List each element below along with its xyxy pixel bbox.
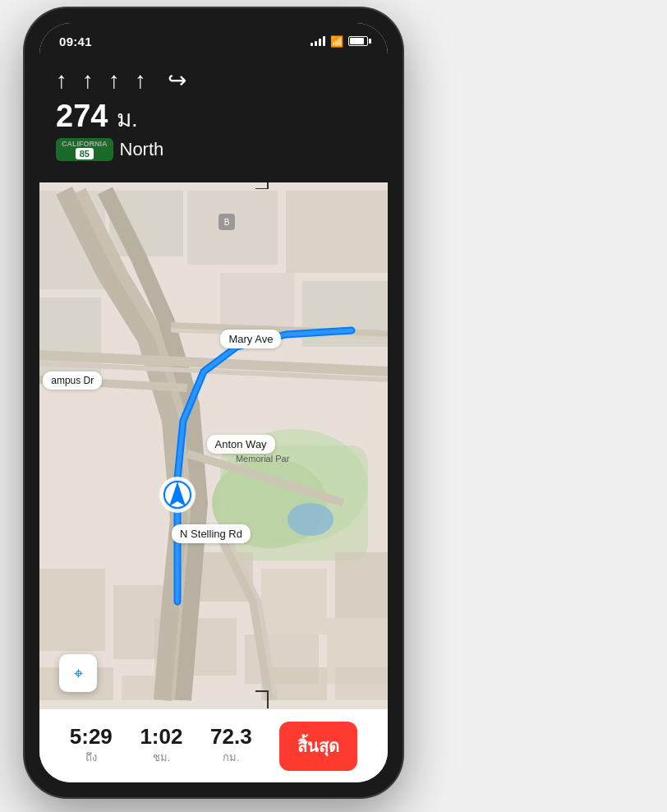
map-area[interactable]: B Mary Ave Anton Way ampus Dr N Stelling… [39, 182, 388, 708]
distance-value: 274 ม. [56, 100, 138, 131]
arrow-up-2: ↑ [82, 69, 94, 92]
nav-header[interactable]: ↑ ↑ ↑ ↑ ↪ 274 ม. CALIFORNIA 85 [39, 59, 388, 182]
arrow-up-1: ↑ [56, 69, 67, 92]
status-icons: 📶 [310, 35, 368, 48]
svg-rect-14 [335, 552, 388, 618]
notch [156, 23, 271, 46]
arrow-turn-right: ↪ [168, 69, 186, 92]
location-button[interactable]: ⌖ [59, 654, 97, 692]
distance-stat: 72.3 กม. [210, 726, 252, 766]
arrival-label: ถึง [85, 749, 97, 766]
status-time: 09:41 [59, 35, 92, 48]
svg-rect-4 [286, 191, 388, 273]
arrival-time: 5:29 [70, 726, 113, 747]
phone-frame: 09:41 📶 ↑ ↑ ↑ ↑ ↪ [25, 8, 402, 797]
svg-point-11 [288, 503, 334, 536]
screen: 09:41 📶 ↑ ↑ ↑ ↑ ↪ [39, 23, 388, 782]
arrow-up-4: ↑ [135, 69, 146, 92]
highway-badge: CALIFORNIA 85 [56, 138, 113, 161]
dist-unit: กม. [223, 749, 240, 766]
street-label-memorial: Memorial Par [228, 450, 297, 467]
battery-icon [348, 36, 368, 46]
direction-arrows: ↑ ↑ ↑ ↑ ↪ [56, 69, 371, 92]
svg-rect-13 [261, 569, 327, 634]
svg-rect-23 [335, 667, 388, 700]
svg-rect-6 [220, 273, 294, 330]
wifi-icon: 📶 [330, 35, 343, 48]
street-label-campus-dr: ampus Dr [43, 371, 102, 390]
location-arrow-icon: ⌖ [74, 664, 83, 683]
arrival-stat: 5:29 ถึง [70, 726, 113, 766]
svg-rect-18 [39, 569, 105, 651]
duration-value: 1:02 [140, 726, 182, 747]
end-button-label: สิ้นสุด [297, 733, 339, 759]
route-name: North [120, 139, 164, 160]
svg-text:B: B [224, 218, 230, 227]
dist-value: 72.3 [210, 726, 252, 747]
bottom-bar[interactable]: 5:29 ถึง 1:02 ชม. 72.3 กม. สิ้นสุด [39, 708, 388, 782]
distance-row: 274 ม. [56, 100, 371, 131]
duration-unit: ชม. [153, 749, 171, 766]
street-label-n-stelling: N Stelling Rd [172, 524, 251, 543]
arrow-up-3: ↑ [108, 69, 120, 92]
route-badge: CALIFORNIA 85 North [56, 138, 371, 161]
signal-icon [310, 36, 325, 46]
street-label-mary-ave: Mary Ave [220, 330, 281, 348]
end-button[interactable]: สิ้นสุด [279, 722, 357, 771]
duration-stat: 1:02 ชม. [140, 726, 182, 766]
